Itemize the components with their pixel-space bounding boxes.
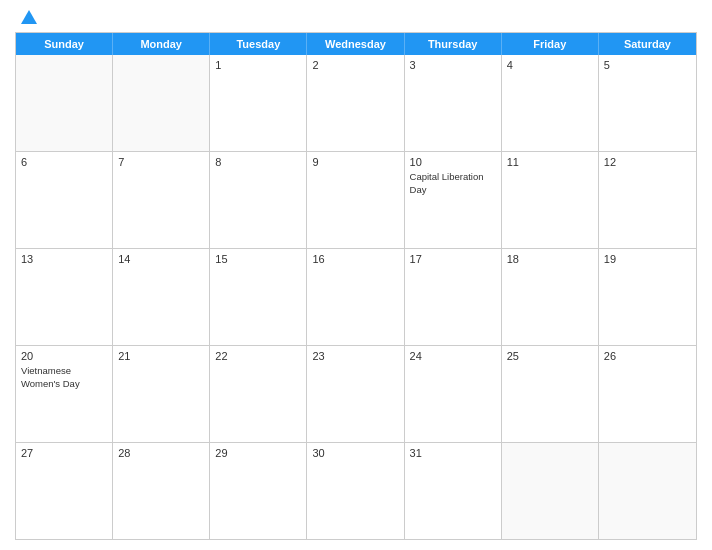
day-number: 5	[604, 59, 691, 71]
day-header-sunday: Sunday	[16, 33, 113, 55]
day-number: 27	[21, 447, 107, 459]
day-header-tuesday: Tuesday	[210, 33, 307, 55]
day-number: 30	[312, 447, 398, 459]
day-number: 6	[21, 156, 107, 168]
day-header-friday: Friday	[502, 33, 599, 55]
day-cell: 9	[307, 152, 404, 248]
day-cell: 27	[16, 443, 113, 539]
day-cell: 24	[405, 346, 502, 442]
day-cell: 17	[405, 249, 502, 345]
day-cell: 28	[113, 443, 210, 539]
day-number: 29	[215, 447, 301, 459]
day-number: 15	[215, 253, 301, 265]
week-row-1: 678910Capital Liberation Day1112	[16, 152, 696, 249]
event-label: Vietnamese Women's Day	[21, 365, 80, 389]
week-row-0: 12345	[16, 55, 696, 152]
day-cell	[502, 443, 599, 539]
day-number: 17	[410, 253, 496, 265]
day-number: 1	[215, 59, 301, 71]
header	[15, 10, 697, 24]
day-header-wednesday: Wednesday	[307, 33, 404, 55]
day-cell: 2	[307, 55, 404, 151]
day-number: 26	[604, 350, 691, 362]
day-cell	[599, 443, 696, 539]
logo-triangle-icon	[21, 10, 37, 24]
day-number: 12	[604, 156, 691, 168]
day-cell: 5	[599, 55, 696, 151]
day-cell: 11	[502, 152, 599, 248]
day-cell: 25	[502, 346, 599, 442]
day-cell: 6	[16, 152, 113, 248]
day-cell: 12	[599, 152, 696, 248]
day-number: 14	[118, 253, 204, 265]
day-number: 11	[507, 156, 593, 168]
day-cell: 10Capital Liberation Day	[405, 152, 502, 248]
day-number: 22	[215, 350, 301, 362]
day-cell: 15	[210, 249, 307, 345]
week-row-4: 2728293031	[16, 443, 696, 539]
day-number: 4	[507, 59, 593, 71]
day-cell: 13	[16, 249, 113, 345]
day-number: 24	[410, 350, 496, 362]
day-cell: 26	[599, 346, 696, 442]
day-cell: 19	[599, 249, 696, 345]
day-cell: 14	[113, 249, 210, 345]
day-number: 3	[410, 59, 496, 71]
day-header-monday: Monday	[113, 33, 210, 55]
day-number: 10	[410, 156, 496, 168]
week-row-3: 20Vietnamese Women's Day212223242526	[16, 346, 696, 443]
day-number: 16	[312, 253, 398, 265]
day-number: 31	[410, 447, 496, 459]
day-cell: 1	[210, 55, 307, 151]
weeks: 12345678910Capital Liberation Day1112131…	[16, 55, 696, 539]
day-cell: 7	[113, 152, 210, 248]
day-number: 9	[312, 156, 398, 168]
day-cell: 21	[113, 346, 210, 442]
week-row-2: 13141516171819	[16, 249, 696, 346]
page: SundayMondayTuesdayWednesdayThursdayFrid…	[0, 0, 712, 550]
day-number: 20	[21, 350, 107, 362]
day-cell	[16, 55, 113, 151]
calendar: SundayMondayTuesdayWednesdayThursdayFrid…	[15, 32, 697, 540]
day-cell: 22	[210, 346, 307, 442]
day-number: 8	[215, 156, 301, 168]
day-number: 28	[118, 447, 204, 459]
day-cell: 8	[210, 152, 307, 248]
day-header-thursday: Thursday	[405, 33, 502, 55]
day-cell: 18	[502, 249, 599, 345]
day-cell	[113, 55, 210, 151]
day-number: 21	[118, 350, 204, 362]
day-number: 13	[21, 253, 107, 265]
day-number: 23	[312, 350, 398, 362]
day-header-saturday: Saturday	[599, 33, 696, 55]
day-cell: 31	[405, 443, 502, 539]
logo	[15, 10, 41, 24]
day-cell: 16	[307, 249, 404, 345]
day-cell: 30	[307, 443, 404, 539]
event-label: Capital Liberation Day	[410, 171, 484, 195]
day-number: 2	[312, 59, 398, 71]
day-number: 7	[118, 156, 204, 168]
day-cell: 3	[405, 55, 502, 151]
day-number: 25	[507, 350, 593, 362]
day-cell: 4	[502, 55, 599, 151]
day-cell: 20Vietnamese Women's Day	[16, 346, 113, 442]
day-cell: 29	[210, 443, 307, 539]
day-headers: SundayMondayTuesdayWednesdayThursdayFrid…	[16, 33, 696, 55]
day-number: 19	[604, 253, 691, 265]
day-number: 18	[507, 253, 593, 265]
day-cell: 23	[307, 346, 404, 442]
